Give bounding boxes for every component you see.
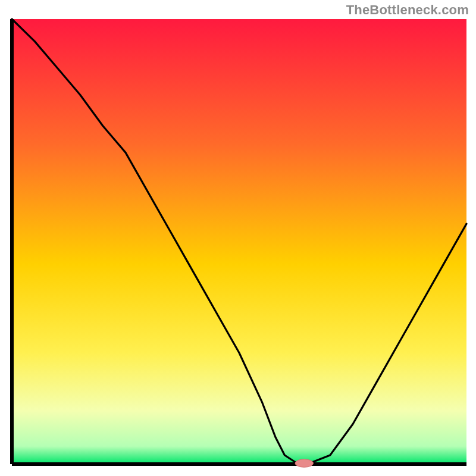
plot-area (12, 19, 466, 467)
heat-background (12, 19, 466, 464)
watermark-text: TheBottleneck.com (346, 2, 469, 18)
chart-svg (0, 0, 476, 476)
optimal-marker (295, 459, 314, 467)
bottleneck-chart: TheBottleneck.com (0, 0, 476, 476)
